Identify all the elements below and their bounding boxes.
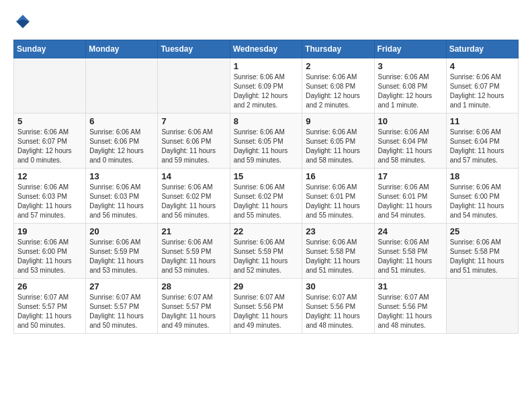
day-number: 10 — [378, 116, 443, 126]
day-info: Sunrise: 6:06 AM Sunset: 6:01 PM Dayligh… — [378, 183, 443, 220]
week-row-3: 12Sunrise: 6:06 AM Sunset: 6:03 PM Dayli… — [14, 169, 519, 224]
calendar-cell: 14Sunrise: 6:06 AM Sunset: 6:02 PM Dayli… — [158, 169, 230, 224]
day-number: 27 — [89, 281, 154, 291]
day-number: 2 — [306, 61, 370, 71]
day-info: Sunrise: 6:06 AM Sunset: 5:59 PM Dayligh… — [161, 238, 226, 275]
day-number: 26 — [17, 281, 82, 291]
day-info: Sunrise: 6:06 AM Sunset: 6:08 PM Dayligh… — [306, 73, 370, 110]
calendar: SundayMondayTuesdayWednesdayThursdayFrid… — [13, 40, 519, 334]
day-number: 5 — [17, 116, 82, 126]
weekday-header-wednesday: Wednesday — [230, 40, 302, 58]
calendar-cell: 5Sunrise: 6:06 AM Sunset: 6:07 PM Daylig… — [14, 113, 86, 169]
calendar-cell — [14, 58, 86, 113]
day-number: 3 — [378, 61, 443, 71]
calendar-cell — [446, 279, 518, 334]
day-info: Sunrise: 6:07 AM Sunset: 5:57 PM Dayligh… — [17, 293, 82, 330]
calendar-cell: 9Sunrise: 6:06 AM Sunset: 6:05 PM Daylig… — [302, 113, 374, 169]
day-info: Sunrise: 6:06 AM Sunset: 6:06 PM Dayligh… — [161, 128, 226, 165]
calendar-cell: 17Sunrise: 6:06 AM Sunset: 6:01 PM Dayli… — [374, 169, 446, 224]
day-number: 11 — [450, 116, 515, 126]
calendar-cell: 2Sunrise: 6:06 AM Sunset: 6:08 PM Daylig… — [302, 58, 374, 113]
day-info: Sunrise: 6:07 AM Sunset: 5:57 PM Dayligh… — [89, 293, 154, 330]
day-info: Sunrise: 6:06 AM Sunset: 6:07 PM Dayligh… — [450, 73, 515, 110]
calendar-cell — [86, 58, 158, 113]
week-row-5: 26Sunrise: 6:07 AM Sunset: 5:57 PM Dayli… — [14, 279, 519, 334]
day-info: Sunrise: 6:06 AM Sunset: 6:00 PM Dayligh… — [17, 238, 82, 275]
day-info: Sunrise: 6:06 AM Sunset: 6:00 PM Dayligh… — [450, 183, 515, 220]
calendar-cell: 10Sunrise: 6:06 AM Sunset: 6:04 PM Dayli… — [374, 113, 446, 169]
calendar-cell: 4Sunrise: 6:06 AM Sunset: 6:07 PM Daylig… — [446, 58, 518, 113]
weekday-header-saturday: Saturday — [446, 40, 518, 58]
day-info: Sunrise: 6:06 AM Sunset: 6:04 PM Dayligh… — [378, 128, 443, 165]
day-info: Sunrise: 6:06 AM Sunset: 5:58 PM Dayligh… — [450, 238, 515, 275]
calendar-cell: 22Sunrise: 6:06 AM Sunset: 5:59 PM Dayli… — [230, 224, 302, 279]
day-info: Sunrise: 6:06 AM Sunset: 6:02 PM Dayligh… — [161, 183, 226, 220]
day-number: 12 — [17, 171, 82, 181]
day-number: 30 — [306, 281, 370, 291]
day-number: 21 — [161, 226, 226, 236]
day-info: Sunrise: 6:06 AM Sunset: 6:09 PM Dayligh… — [234, 73, 299, 110]
day-info: Sunrise: 6:06 AM Sunset: 6:03 PM Dayligh… — [17, 183, 82, 220]
calendar-cell: 28Sunrise: 6:07 AM Sunset: 5:57 PM Dayli… — [158, 279, 230, 334]
day-number: 19 — [17, 226, 82, 236]
weekday-header-thursday: Thursday — [302, 40, 374, 58]
weekday-header-tuesday: Tuesday — [158, 40, 230, 58]
week-row-4: 19Sunrise: 6:06 AM Sunset: 6:00 PM Dayli… — [14, 224, 519, 279]
day-number: 8 — [234, 116, 299, 126]
page-header — [13, 13, 519, 33]
day-number: 28 — [161, 281, 226, 291]
day-info: Sunrise: 6:06 AM Sunset: 6:02 PM Dayligh… — [234, 183, 299, 220]
day-info: Sunrise: 6:07 AM Sunset: 5:56 PM Dayligh… — [378, 293, 443, 330]
calendar-cell: 13Sunrise: 6:06 AM Sunset: 6:03 PM Dayli… — [86, 169, 158, 224]
day-number: 20 — [89, 226, 154, 236]
day-number: 18 — [450, 171, 515, 181]
day-number: 13 — [89, 171, 154, 181]
week-row-1: 1Sunrise: 6:06 AM Sunset: 6:09 PM Daylig… — [14, 58, 519, 113]
day-info: Sunrise: 6:06 AM Sunset: 5:58 PM Dayligh… — [378, 238, 443, 275]
calendar-cell — [158, 58, 230, 113]
day-info: Sunrise: 6:07 AM Sunset: 5:56 PM Dayligh… — [306, 293, 370, 330]
day-info: Sunrise: 6:06 AM Sunset: 6:04 PM Dayligh… — [450, 128, 515, 165]
calendar-cell: 27Sunrise: 6:07 AM Sunset: 5:57 PM Dayli… — [86, 279, 158, 334]
calendar-cell: 16Sunrise: 6:06 AM Sunset: 6:01 PM Dayli… — [302, 169, 374, 224]
day-info: Sunrise: 6:06 AM Sunset: 5:59 PM Dayligh… — [89, 238, 154, 275]
day-number: 29 — [234, 281, 299, 291]
day-number: 24 — [378, 226, 443, 236]
day-number: 17 — [378, 171, 443, 181]
calendar-cell: 7Sunrise: 6:06 AM Sunset: 6:06 PM Daylig… — [158, 113, 230, 169]
day-number: 25 — [450, 226, 515, 236]
logo-icon — [15, 13, 31, 30]
week-row-2: 5Sunrise: 6:06 AM Sunset: 6:07 PM Daylig… — [14, 113, 519, 169]
calendar-cell: 26Sunrise: 6:07 AM Sunset: 5:57 PM Dayli… — [14, 279, 86, 334]
weekday-header-friday: Friday — [374, 40, 446, 58]
calendar-cell: 30Sunrise: 6:07 AM Sunset: 5:56 PM Dayli… — [302, 279, 374, 334]
day-number: 4 — [450, 61, 515, 71]
day-number: 31 — [378, 281, 443, 291]
day-info: Sunrise: 6:06 AM Sunset: 6:03 PM Dayligh… — [89, 183, 154, 220]
calendar-cell: 12Sunrise: 6:06 AM Sunset: 6:03 PM Dayli… — [14, 169, 86, 224]
day-info: Sunrise: 6:07 AM Sunset: 5:56 PM Dayligh… — [234, 293, 299, 330]
calendar-cell: 11Sunrise: 6:06 AM Sunset: 6:04 PM Dayli… — [446, 113, 518, 169]
calendar-cell: 19Sunrise: 6:06 AM Sunset: 6:00 PM Dayli… — [14, 224, 86, 279]
calendar-cell: 21Sunrise: 6:06 AM Sunset: 5:59 PM Dayli… — [158, 224, 230, 279]
calendar-cell: 24Sunrise: 6:06 AM Sunset: 5:58 PM Dayli… — [374, 224, 446, 279]
calendar-cell: 31Sunrise: 6:07 AM Sunset: 5:56 PM Dayli… — [374, 279, 446, 334]
day-number: 15 — [234, 171, 299, 181]
day-info: Sunrise: 6:06 AM Sunset: 6:01 PM Dayligh… — [306, 183, 370, 220]
weekday-header-monday: Monday — [86, 40, 158, 58]
calendar-cell: 29Sunrise: 6:07 AM Sunset: 5:56 PM Dayli… — [230, 279, 302, 334]
day-number: 1 — [234, 61, 299, 71]
day-info: Sunrise: 6:06 AM Sunset: 6:06 PM Dayligh… — [89, 128, 154, 165]
day-info: Sunrise: 6:07 AM Sunset: 5:57 PM Dayligh… — [161, 293, 226, 330]
calendar-cell: 15Sunrise: 6:06 AM Sunset: 6:02 PM Dayli… — [230, 169, 302, 224]
calendar-cell: 6Sunrise: 6:06 AM Sunset: 6:06 PM Daylig… — [86, 113, 158, 169]
calendar-cell: 8Sunrise: 6:06 AM Sunset: 6:05 PM Daylig… — [230, 113, 302, 169]
logo — [13, 13, 31, 33]
calendar-cell: 1Sunrise: 6:06 AM Sunset: 6:09 PM Daylig… — [230, 58, 302, 113]
day-info: Sunrise: 6:06 AM Sunset: 6:05 PM Dayligh… — [306, 128, 370, 165]
day-info: Sunrise: 6:06 AM Sunset: 6:05 PM Dayligh… — [234, 128, 299, 165]
day-number: 16 — [306, 171, 370, 181]
day-number: 7 — [161, 116, 226, 126]
calendar-cell: 23Sunrise: 6:06 AM Sunset: 5:58 PM Dayli… — [302, 224, 374, 279]
day-info: Sunrise: 6:06 AM Sunset: 5:59 PM Dayligh… — [234, 238, 299, 275]
